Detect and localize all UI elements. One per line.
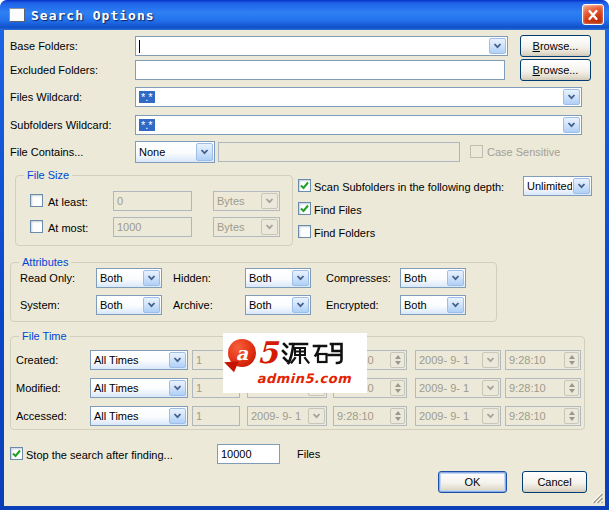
find-files-checkbox[interactable] xyxy=(298,202,311,215)
subfolders-wildcard-label: Subfolders Wildcard: xyxy=(10,119,112,132)
archive-label: Archive: xyxy=(173,299,213,312)
titlebar[interactable]: Search Options xyxy=(0,0,609,30)
resize-grip[interactable] xyxy=(590,491,603,504)
excluded-folders-label: Excluded Folders: xyxy=(10,64,98,77)
admin5-site-text: admin5.com xyxy=(223,371,367,386)
selected-text: *.* xyxy=(139,119,155,131)
a5-logo-five: 5 xyxy=(257,338,278,368)
read-only-combobox[interactable]: Both xyxy=(96,268,162,288)
checkmark-icon xyxy=(299,203,310,214)
spinner-icon xyxy=(390,352,405,368)
excluded-folders-browse-button[interactable]: Browse... xyxy=(520,59,591,81)
files-wildcard-label: Files Wildcard: xyxy=(10,91,82,104)
depth-combobox[interactable]: Unlimited xyxy=(523,176,592,196)
chevron-down-icon xyxy=(482,408,499,424)
chevron-down-icon[interactable] xyxy=(169,352,186,368)
yuanma-cjk-glyphs xyxy=(281,338,343,368)
chevron-down-icon[interactable] xyxy=(143,297,160,313)
checkmark-icon xyxy=(299,180,310,191)
at-least-value-input xyxy=(113,191,192,211)
search-options-dialog: Search Options Base Folders: Browse... E… xyxy=(0,0,609,510)
modified-date-to-picker: 2009- 9- 1 xyxy=(415,378,501,398)
files-wildcard-combobox[interactable]: *.* xyxy=(135,87,582,107)
find-folders-checkbox[interactable] xyxy=(298,225,311,238)
stop-search-count-input[interactable] xyxy=(217,444,280,464)
at-most-value-input xyxy=(113,217,192,237)
spinner-icon xyxy=(564,380,579,396)
chevron-down-icon[interactable] xyxy=(292,297,309,313)
accessed-mode-combobox[interactable]: All Times xyxy=(90,406,188,426)
base-folders-label: Base Folders: xyxy=(10,40,78,53)
chevron-down-icon[interactable] xyxy=(292,270,309,286)
scan-subfolders-label: Scan Subfolders in the following depth: xyxy=(314,181,504,194)
encrypted-label: Encrypted: xyxy=(326,299,379,312)
chevron-down-icon xyxy=(482,352,499,368)
chevron-down-icon[interactable] xyxy=(563,117,580,133)
chevron-down-icon[interactable] xyxy=(169,408,186,424)
created-date-to-picker: 2009- 9- 1 xyxy=(415,350,501,370)
chevron-down-icon xyxy=(261,219,278,235)
spinner-icon xyxy=(390,380,405,396)
checkmark-icon xyxy=(11,448,22,459)
file-time-group-title: File Time xyxy=(19,330,70,343)
case-sensitive-checkbox xyxy=(470,145,483,158)
system-label: System: xyxy=(20,299,60,312)
accessed-count-input xyxy=(192,406,240,426)
accessed-date-to-picker: 2009- 9- 1 xyxy=(415,406,501,426)
chevron-down-icon[interactable] xyxy=(196,143,213,161)
at-most-checkbox[interactable] xyxy=(30,220,43,233)
chevron-down-icon[interactable] xyxy=(489,38,506,54)
find-files-label: Find Files xyxy=(314,204,362,217)
window-title: Search Options xyxy=(31,8,155,23)
watermark-admin5: a 5 源码 admin5.com xyxy=(223,333,367,393)
window-icon xyxy=(9,8,25,22)
chevron-down-icon[interactable] xyxy=(169,380,186,396)
chevron-down-icon[interactable] xyxy=(447,270,464,286)
chevron-down-icon[interactable] xyxy=(563,89,580,105)
compresses-label: Compresses: xyxy=(326,272,391,285)
modified-time-to-spinner: 9:28:10 xyxy=(505,378,581,398)
encrypted-combobox[interactable]: Both xyxy=(400,295,466,315)
spinner-icon xyxy=(390,408,405,424)
chevron-down-icon xyxy=(261,193,278,209)
archive-combobox[interactable]: Both xyxy=(245,295,311,315)
stop-search-checkbox[interactable] xyxy=(10,447,23,460)
a5-logo-circle: a xyxy=(228,339,256,367)
base-folders-combobox[interactable] xyxy=(135,36,508,56)
case-sensitive-label: Case Sensitive xyxy=(487,146,560,159)
accessed-time-to-spinner: 9:28:10 xyxy=(505,406,581,426)
created-mode-combobox[interactable]: All Times xyxy=(90,350,188,370)
spinner-icon xyxy=(564,408,579,424)
excluded-folders-input[interactable] xyxy=(135,60,505,80)
accessed-time-from-spinner: 9:28:10 xyxy=(333,406,407,426)
chevron-down-icon[interactable] xyxy=(573,178,590,194)
close-button[interactable] xyxy=(582,4,604,25)
chevron-down-icon[interactable] xyxy=(143,270,160,286)
file-contains-label: File Contains... xyxy=(10,146,83,159)
text-caret xyxy=(139,40,140,53)
hidden-label: Hidden: xyxy=(173,272,211,285)
x-icon xyxy=(586,9,600,21)
modified-mode-combobox[interactable]: All Times xyxy=(90,378,188,398)
subfolders-wildcard-combobox[interactable]: *.* xyxy=(135,115,582,135)
chevron-down-icon[interactable] xyxy=(447,297,464,313)
accessed-date-from-picker: 2009- 9- 1 xyxy=(247,406,327,426)
attributes-group-title: Attributes xyxy=(19,256,71,269)
file-contains-text-input xyxy=(218,142,460,162)
spinner-icon xyxy=(564,352,579,368)
base-folders-browse-button[interactable]: Browse... xyxy=(520,35,591,57)
created-time-to-spinner: 9:28:10 xyxy=(505,350,581,370)
file-contains-mode-combobox[interactable]: None xyxy=(135,141,215,163)
compresses-combobox[interactable]: Both xyxy=(400,268,466,288)
cancel-button[interactable]: Cancel xyxy=(522,471,587,493)
find-folders-label: Find Folders xyxy=(314,227,375,240)
at-least-label: At least: xyxy=(48,196,88,209)
at-least-unit-combobox: Bytes xyxy=(213,191,280,211)
at-most-label: At most: xyxy=(48,222,88,235)
at-least-checkbox[interactable] xyxy=(30,194,43,207)
hidden-combobox[interactable]: Both xyxy=(245,268,311,288)
modified-label: Modified: xyxy=(16,382,61,395)
system-combobox[interactable]: Both xyxy=(96,295,162,315)
ok-button[interactable]: OK xyxy=(438,471,507,493)
scan-subfolders-checkbox[interactable] xyxy=(298,179,311,192)
